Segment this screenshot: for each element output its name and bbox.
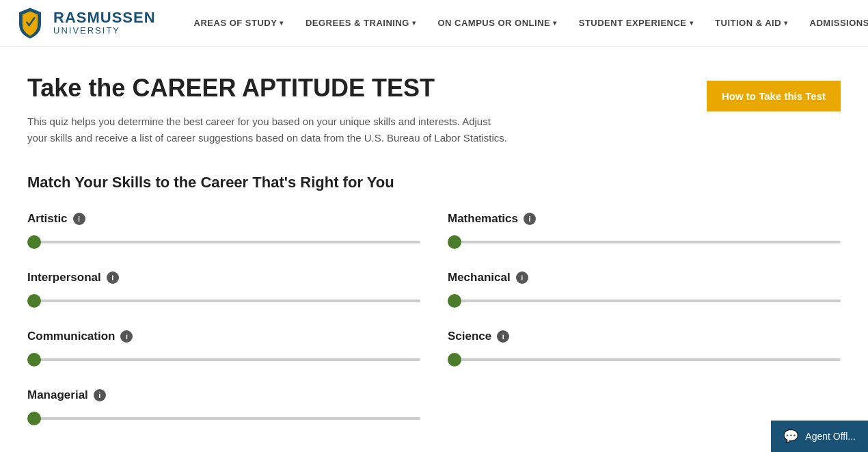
- slider-mathematics[interactable]: [448, 241, 841, 243]
- skill-mathematics: Mathematics i: [448, 212, 841, 246]
- slider-managerial[interactable]: [27, 417, 420, 420]
- logo-university: UNIVERSITY: [53, 26, 156, 36]
- live-chat-widget[interactable]: 💬 Agent Offl...: [771, 421, 868, 452]
- skill-artistic-label: Artistic: [27, 212, 68, 226]
- nav-degrees-training[interactable]: DEGREES & TRAINING ▾: [295, 0, 427, 46]
- main-nav: RASMUSSEN UNIVERSITY AREAS OF STUDY ▾ DE…: [0, 0, 868, 46]
- slider-artistic[interactable]: [27, 241, 420, 243]
- nav-areas-of-study[interactable]: AREAS OF STUDY ▾: [183, 0, 295, 46]
- slider-communication[interactable]: [27, 358, 420, 361]
- skill-communication-label: Communication: [27, 330, 115, 343]
- chevron-down-icon: ▾: [784, 19, 788, 27]
- skill-science: Science i: [448, 330, 841, 364]
- main-content: Take the CAREER APTITUDE TEST This quiz …: [0, 46, 868, 452]
- skill-interpersonal-label: Interpersonal: [27, 271, 101, 284]
- live-chat-label: Agent Offl...: [805, 431, 856, 442]
- skills-left-column: Artistic i Interpersonal i Communication…: [27, 212, 420, 447]
- nav-tuition-aid[interactable]: TUITION & AID ▾: [704, 0, 799, 46]
- skill-managerial-label: Managerial: [27, 388, 88, 402]
- info-icon-interpersonal[interactable]: i: [107, 271, 119, 284]
- nav-links: AREAS OF STUDY ▾ DEGREES & TRAINING ▾ ON…: [183, 0, 868, 46]
- skill-artistic: Artistic i: [27, 212, 420, 246]
- info-icon-managerial[interactable]: i: [94, 389, 106, 401]
- logo-link[interactable]: RASMUSSEN UNIVERSITY: [14, 7, 156, 40]
- info-icon-mathematics[interactable]: i: [524, 213, 536, 225]
- info-icon-mechanical[interactable]: i: [516, 271, 528, 284]
- skills-grid: Artistic i Interpersonal i Communication…: [27, 212, 841, 447]
- skill-managerial: Managerial i: [27, 388, 420, 423]
- chevron-down-icon: ▾: [690, 19, 694, 27]
- info-icon-artistic[interactable]: i: [73, 213, 85, 225]
- info-icon-science[interactable]: i: [497, 330, 509, 343]
- skill-mathematics-label: Mathematics: [448, 212, 518, 226]
- slider-mechanical[interactable]: [448, 300, 841, 302]
- chat-icon: 💬: [783, 429, 798, 444]
- skill-mechanical-label: Mechanical: [448, 271, 511, 284]
- chevron-down-icon: ▾: [553, 19, 557, 27]
- slider-interpersonal[interactable]: [27, 300, 420, 302]
- skill-interpersonal: Interpersonal i: [27, 271, 420, 305]
- skill-mechanical: Mechanical i: [448, 271, 841, 305]
- nav-on-campus-online[interactable]: ON CAMPUS OR ONLINE ▾: [426, 0, 567, 46]
- skill-science-label: Science: [448, 330, 491, 343]
- nav-admissions[interactable]: ADMISSIONS ▾: [799, 0, 868, 46]
- info-icon-communication[interactable]: i: [120, 330, 133, 343]
- chevron-down-icon: ▾: [280, 19, 284, 27]
- skills-right-column: Mathematics i Mechanical i Science i: [448, 212, 841, 447]
- how-to-test-button[interactable]: How to Take this Test: [707, 81, 841, 111]
- skill-communication: Communication i: [27, 330, 420, 364]
- skills-section-title: Match Your Skills to the Career That's R…: [27, 174, 841, 191]
- page-title: Take the CAREER APTITUDE TEST: [27, 74, 679, 103]
- page-description: This quiz helps you determine the best c…: [27, 114, 595, 146]
- header-left: Take the CAREER APTITUDE TEST This quiz …: [27, 74, 679, 146]
- nav-student-experience[interactable]: STUDENT EXPERIENCE ▾: [568, 0, 704, 46]
- slider-science[interactable]: [448, 358, 841, 361]
- chevron-down-icon: ▾: [412, 19, 416, 27]
- header-section: Take the CAREER APTITUDE TEST This quiz …: [27, 74, 841, 146]
- logo-rasmussen: RASMUSSEN: [53, 10, 156, 26]
